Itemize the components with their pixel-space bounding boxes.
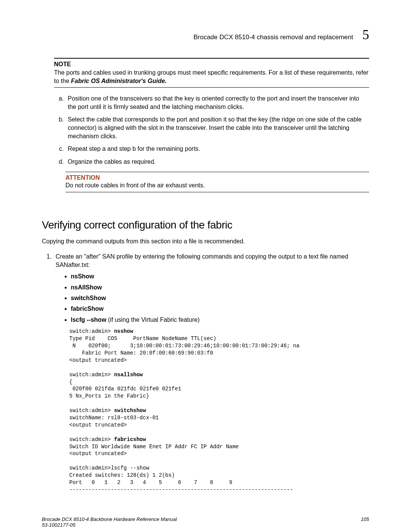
code-line: { xyxy=(69,379,72,385)
note-label: NOTE xyxy=(54,61,369,68)
section-intro: Copying the command outputs from this se… xyxy=(42,237,369,246)
substep-d: Organize the cables as required. xyxy=(65,158,369,166)
cmd-name: lscfg --show xyxy=(71,316,106,323)
substeps-list: Position one of the transceivers so that… xyxy=(54,94,369,166)
cmd-name: fabricShow xyxy=(71,305,104,312)
note-text-italic: Fabric OS Administrator's Guide. xyxy=(71,78,166,84)
code-line: <output truncated> xyxy=(69,422,127,428)
code-output: switch:admin> nsshow Type Pid COS PortNa… xyxy=(69,328,369,493)
code-line: 5 Nx_Ports in the Fabric} xyxy=(69,393,149,399)
code-prompt: switch:admin> xyxy=(69,407,114,414)
cmd-item: nsShow xyxy=(71,272,369,281)
code-line: Type Pid COS PortName NodeName TTL(sec) xyxy=(69,335,216,342)
code-line: Created switches: 128(ds) 1 2(bs) xyxy=(69,472,175,478)
page-header: Brocade DCX 8510-4 chassis removal and r… xyxy=(42,27,369,43)
cmd-name: nsShow xyxy=(71,273,94,280)
attention-block: ATTENTION Do not route cables in front o… xyxy=(65,172,369,192)
numbered-steps: Create an "after" SAN profile by enterin… xyxy=(42,252,369,494)
note-text: The ports and cables used in trunking gr… xyxy=(54,69,369,85)
note-block: NOTE The ports and cables used in trunki… xyxy=(54,58,369,88)
cmd-name: switchShow xyxy=(71,295,106,301)
code-prompt: switch:admin> xyxy=(69,372,114,378)
cmd-item: switchShow xyxy=(71,294,369,302)
code-line: Switch ID Worldwide Name Enet IP Addr FC… xyxy=(69,444,239,450)
code-line: Port 0 1 2 3 4 5 6 7 8 9 xyxy=(69,479,232,486)
header-title: Brocade DCX 8510-4 chassis removal and r… xyxy=(193,34,353,41)
code-line: ----------------------------------------… xyxy=(69,487,293,493)
footer-manual-title: Brocade DCX 8510-4 Backbone Hardware Ref… xyxy=(42,516,177,522)
cmd-item: fabricShow xyxy=(71,305,369,313)
cmd-item: lscfg --show (if using the Virtual Fabri… xyxy=(71,316,369,324)
chapter-number: 5 xyxy=(362,27,369,43)
command-bullet-list: nsShow nsAllShow switchShow fabricShow l… xyxy=(56,272,369,324)
code-cmd: switchshow xyxy=(114,407,146,414)
code-line: <output truncated> xyxy=(69,451,127,457)
code-line: switch:admin>lscfg --show xyxy=(69,465,149,471)
code-line: 020f00 021fda 021fdc 021fe0 021fe1 xyxy=(69,386,181,392)
code-prompt: switch:admin> xyxy=(69,328,114,334)
code-cmd: nsshow xyxy=(114,328,133,334)
substep-c: Repeat step a and step b for the remaini… xyxy=(65,145,369,153)
code-prompt: switch:admin> xyxy=(69,436,114,443)
cmd-name: nsAllShow xyxy=(71,284,102,291)
step-1: Create an "after" SAN profile by enterin… xyxy=(53,252,369,494)
code-cmd: nsallshow xyxy=(114,372,143,378)
attention-text: Do not route cables in front of the air … xyxy=(65,181,369,190)
step-1-text: Create an "after" SAN profile by enterin… xyxy=(56,253,348,268)
substep-b: Select the cable that corresponds to the… xyxy=(65,115,369,140)
page-footer: Brocade DCX 8510-4 Backbone Hardware Ref… xyxy=(42,516,369,528)
code-line: switchName: rsl8-st03-dcx-01 xyxy=(69,415,159,421)
code-cmd: fabricshow xyxy=(114,436,146,443)
footer-left: Brocade DCX 8510-4 Backbone Hardware Ref… xyxy=(42,516,177,528)
code-line: Fabric Port Name: 20:0f:00:60:69:90:03:f… xyxy=(69,350,213,356)
section-heading: Verifying correct configuration of the f… xyxy=(42,219,369,231)
footer-doc-number: 53-1002177-05 xyxy=(42,522,177,528)
cmd-item: nsAllShow xyxy=(71,283,369,292)
code-line: N 020f00; 3;10:00:00:01:73:00:29:46;10:0… xyxy=(69,343,299,349)
attention-label: ATTENTION xyxy=(65,174,369,181)
code-line: <output truncated> xyxy=(69,357,127,363)
footer-page-number: 105 xyxy=(361,516,369,528)
cmd-suffix: (if using the Virtual Fabric feature) xyxy=(106,316,199,323)
substep-a: Position one of the transceivers so that… xyxy=(65,94,369,111)
